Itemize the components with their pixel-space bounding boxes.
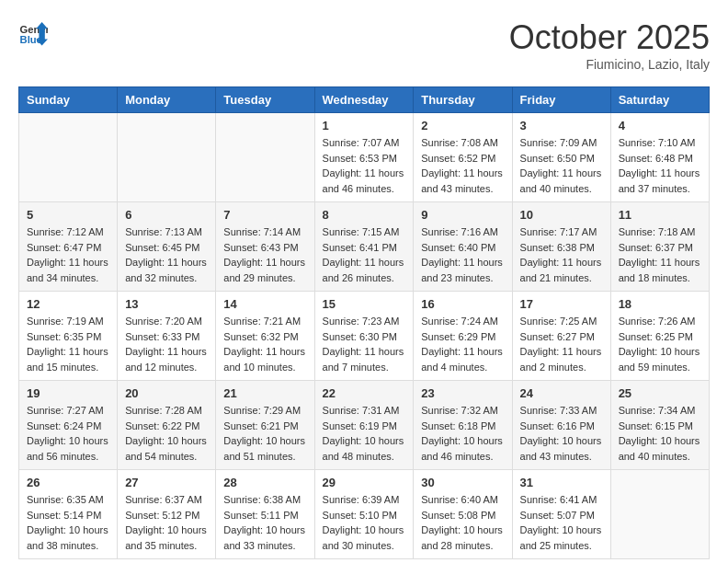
day-cell: [19, 113, 118, 202]
day-number: 21: [223, 386, 306, 400]
day-info: Sunrise: 7:26 AM Sunset: 6:25 PM Dayligh…: [619, 314, 701, 374]
day-cell: 4Sunrise: 7:10 AM Sunset: 6:48 PM Daylig…: [610, 113, 709, 202]
day-cell: [610, 470, 709, 559]
day-info: Sunrise: 7:17 AM Sunset: 6:38 PM Dayligh…: [520, 224, 603, 285]
title-block: October 2025 Fiumicino, Lazio, Italy: [509, 18, 710, 72]
col-header-friday: Friday: [512, 87, 610, 113]
day-info: Sunrise: 7:13 AM Sunset: 6:45 PM Dayligh…: [125, 224, 208, 285]
day-cell: 7Sunrise: 7:14 AM Sunset: 6:43 PM Daylig…: [216, 202, 314, 292]
logo: General Blue: [18, 18, 48, 48]
day-number: 19: [27, 386, 109, 400]
day-cell: 29Sunrise: 6:39 AM Sunset: 5:10 PM Dayli…: [314, 470, 414, 559]
day-number: 12: [27, 297, 109, 311]
day-info: Sunrise: 7:33 AM Sunset: 6:16 PM Dayligh…: [520, 403, 603, 464]
day-info: Sunrise: 7:08 AM Sunset: 6:52 PM Dayligh…: [421, 135, 504, 196]
day-cell: 19Sunrise: 7:27 AM Sunset: 6:24 PM Dayli…: [19, 381, 118, 470]
col-header-monday: Monday: [118, 87, 216, 113]
day-cell: 5Sunrise: 7:12 AM Sunset: 6:47 PM Daylig…: [19, 202, 118, 292]
day-number: 28: [223, 476, 306, 489]
day-number: 23: [421, 386, 504, 400]
col-header-sunday: Sunday: [19, 87, 118, 113]
day-cell: 13Sunrise: 7:20 AM Sunset: 6:33 PM Dayli…: [118, 292, 216, 381]
day-info: Sunrise: 7:10 AM Sunset: 6:48 PM Dayligh…: [619, 135, 701, 196]
day-info: Sunrise: 7:14 AM Sunset: 6:43 PM Dayligh…: [223, 224, 306, 285]
location: Fiumicino, Lazio, Italy: [509, 57, 710, 72]
day-cell: 14Sunrise: 7:21 AM Sunset: 6:32 PM Dayli…: [216, 292, 314, 381]
day-number: 9: [421, 208, 504, 222]
week-row-1: 5Sunrise: 7:12 AM Sunset: 6:47 PM Daylig…: [19, 202, 710, 292]
col-header-tuesday: Tuesday: [216, 87, 314, 113]
day-number: 31: [520, 476, 603, 489]
day-info: Sunrise: 6:37 AM Sunset: 5:12 PM Dayligh…: [125, 492, 208, 553]
day-number: 8: [323, 208, 406, 222]
day-number: 26: [27, 476, 109, 489]
col-header-saturday: Saturday: [610, 87, 709, 113]
page-header: General Blue October 2025 Fiumicino, Laz…: [18, 18, 710, 72]
day-cell: 3Sunrise: 7:09 AM Sunset: 6:50 PM Daylig…: [512, 113, 610, 202]
day-cell: 1Sunrise: 7:07 AM Sunset: 6:53 PM Daylig…: [314, 113, 414, 202]
day-cell: 21Sunrise: 7:29 AM Sunset: 6:21 PM Dayli…: [216, 381, 314, 470]
week-row-0: 1Sunrise: 7:07 AM Sunset: 6:53 PM Daylig…: [19, 113, 710, 202]
day-number: 1: [323, 119, 406, 132]
day-cell: [216, 113, 314, 202]
day-number: 17: [520, 297, 603, 311]
day-cell: 9Sunrise: 7:16 AM Sunset: 6:40 PM Daylig…: [414, 202, 512, 292]
day-cell: 25Sunrise: 7:34 AM Sunset: 6:15 PM Dayli…: [610, 381, 709, 470]
day-number: 7: [223, 208, 306, 222]
day-number: 15: [323, 297, 406, 311]
day-cell: 18Sunrise: 7:26 AM Sunset: 6:25 PM Dayli…: [610, 292, 709, 381]
day-number: 4: [619, 119, 701, 132]
day-cell: 2Sunrise: 7:08 AM Sunset: 6:52 PM Daylig…: [414, 113, 512, 202]
day-info: Sunrise: 7:32 AM Sunset: 6:18 PM Dayligh…: [421, 403, 504, 464]
day-cell: 16Sunrise: 7:24 AM Sunset: 6:29 PM Dayli…: [414, 292, 512, 381]
header-row: SundayMondayTuesdayWednesdayThursdayFrid…: [19, 87, 710, 113]
day-number: 30: [421, 476, 504, 489]
day-info: Sunrise: 7:23 AM Sunset: 6:30 PM Dayligh…: [323, 314, 406, 374]
day-number: 22: [323, 386, 406, 400]
day-info: Sunrise: 6:40 AM Sunset: 5:08 PM Dayligh…: [421, 492, 504, 553]
day-number: 27: [125, 476, 208, 489]
day-info: Sunrise: 7:20 AM Sunset: 6:33 PM Dayligh…: [125, 314, 208, 374]
col-header-thursday: Thursday: [414, 87, 512, 113]
day-number: 13: [125, 297, 208, 311]
day-cell: 22Sunrise: 7:31 AM Sunset: 6:19 PM Dayli…: [314, 381, 414, 470]
day-number: 24: [520, 386, 603, 400]
day-cell: 28Sunrise: 6:38 AM Sunset: 5:11 PM Dayli…: [216, 470, 314, 559]
day-cell: 6Sunrise: 7:13 AM Sunset: 6:45 PM Daylig…: [118, 202, 216, 292]
day-cell: 11Sunrise: 7:18 AM Sunset: 6:37 PM Dayli…: [610, 202, 709, 292]
day-info: Sunrise: 7:28 AM Sunset: 6:22 PM Dayligh…: [125, 403, 208, 464]
day-number: 18: [619, 297, 701, 311]
day-cell: 24Sunrise: 7:33 AM Sunset: 6:16 PM Dayli…: [512, 381, 610, 470]
day-number: 29: [323, 476, 406, 489]
calendar-table: SundayMondayTuesdayWednesdayThursdayFrid…: [18, 86, 710, 559]
day-info: Sunrise: 7:12 AM Sunset: 6:47 PM Dayligh…: [27, 224, 109, 285]
month-title: October 2025: [509, 18, 710, 57]
day-cell: 15Sunrise: 7:23 AM Sunset: 6:30 PM Dayli…: [314, 292, 414, 381]
day-number: 20: [125, 386, 208, 400]
day-number: 11: [619, 208, 701, 222]
day-info: Sunrise: 6:41 AM Sunset: 5:07 PM Dayligh…: [520, 492, 603, 553]
day-info: Sunrise: 7:21 AM Sunset: 6:32 PM Dayligh…: [223, 314, 306, 374]
day-cell: 12Sunrise: 7:19 AM Sunset: 6:35 PM Dayli…: [19, 292, 118, 381]
day-number: 25: [619, 386, 701, 400]
col-header-wednesday: Wednesday: [314, 87, 414, 113]
day-number: 6: [125, 208, 208, 222]
day-number: 3: [520, 119, 603, 132]
day-info: Sunrise: 7:18 AM Sunset: 6:37 PM Dayligh…: [619, 224, 701, 285]
day-info: Sunrise: 6:39 AM Sunset: 5:10 PM Dayligh…: [323, 492, 406, 553]
day-info: Sunrise: 7:09 AM Sunset: 6:50 PM Dayligh…: [520, 135, 603, 196]
logo-icon: General Blue: [18, 18, 48, 48]
day-info: Sunrise: 7:27 AM Sunset: 6:24 PM Dayligh…: [27, 403, 109, 464]
day-info: Sunrise: 7:34 AM Sunset: 6:15 PM Dayligh…: [619, 403, 701, 464]
day-info: Sunrise: 7:24 AM Sunset: 6:29 PM Dayligh…: [421, 314, 504, 374]
day-info: Sunrise: 7:16 AM Sunset: 6:40 PM Dayligh…: [421, 224, 504, 285]
day-cell: 23Sunrise: 7:32 AM Sunset: 6:18 PM Dayli…: [414, 381, 512, 470]
day-cell: 20Sunrise: 7:28 AM Sunset: 6:22 PM Dayli…: [118, 381, 216, 470]
day-cell: [118, 113, 216, 202]
day-info: Sunrise: 6:38 AM Sunset: 5:11 PM Dayligh…: [223, 492, 306, 553]
day-info: Sunrise: 7:25 AM Sunset: 6:27 PM Dayligh…: [520, 314, 603, 374]
day-number: 16: [421, 297, 504, 311]
day-number: 10: [520, 208, 603, 222]
day-number: 14: [223, 297, 306, 311]
day-info: Sunrise: 7:07 AM Sunset: 6:53 PM Dayligh…: [323, 135, 406, 196]
